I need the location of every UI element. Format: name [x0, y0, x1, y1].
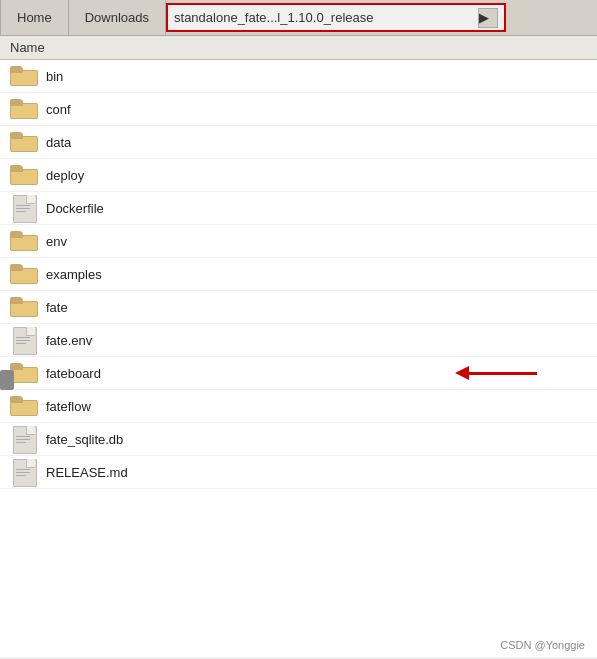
list-item[interactable]: env	[0, 225, 597, 258]
column-header: Name	[0, 36, 597, 60]
file-name: RELEASE.md	[46, 465, 128, 480]
list-item[interactable]: RELEASE.md	[0, 456, 597, 489]
breadcrumb[interactable]: standalone_fate...l_1.10.0_release ▶	[166, 3, 506, 32]
breadcrumb-arrow-button[interactable]: ▶	[478, 8, 498, 28]
list-item[interactable]: fateflow	[0, 390, 597, 423]
file-name: conf	[46, 102, 71, 117]
list-item[interactable]: fate.env	[0, 324, 597, 357]
folder-icon	[10, 395, 38, 417]
list-item[interactable]: fate	[0, 291, 597, 324]
folder-icon	[10, 98, 38, 120]
list-item[interactable]: fateboard	[0, 357, 597, 390]
arrow-annotation	[455, 366, 537, 380]
list-item[interactable]: deploy	[0, 159, 597, 192]
folder-icon	[10, 263, 38, 285]
breadcrumb-text: standalone_fate...l_1.10.0_release	[174, 10, 474, 25]
file-name: data	[46, 135, 71, 150]
tab-downloads-label: Downloads	[85, 10, 149, 25]
list-item[interactable]: conf	[0, 93, 597, 126]
folder-icon	[10, 65, 38, 87]
file-list: bin conf data deploy	[0, 60, 597, 657]
file-name: examples	[46, 267, 102, 282]
file-name: env	[46, 234, 67, 249]
folder-icon	[10, 230, 38, 252]
file-name: fate	[46, 300, 68, 315]
tab-bar: Home Downloads standalone_fate...l_1.10.…	[0, 0, 597, 36]
arrow-line	[467, 372, 537, 375]
folder-icon	[10, 362, 38, 384]
scroll-indicator[interactable]	[0, 370, 14, 390]
tab-downloads[interactable]: Downloads	[69, 0, 166, 35]
file-name: bin	[46, 69, 63, 84]
file-name: fateboard	[46, 366, 101, 381]
file-icon	[10, 329, 38, 351]
file-name: fateflow	[46, 399, 91, 414]
list-item[interactable]: Dockerfile	[0, 192, 597, 225]
file-name: fate_sqlite.db	[46, 432, 123, 447]
folder-icon	[10, 296, 38, 318]
file-name: deploy	[46, 168, 84, 183]
list-item[interactable]: examples	[0, 258, 597, 291]
file-name: Dockerfile	[46, 201, 104, 216]
file-icon	[10, 428, 38, 450]
file-name: fate.env	[46, 333, 92, 348]
list-item[interactable]: fate_sqlite.db	[0, 423, 597, 456]
list-item[interactable]: data	[0, 126, 597, 159]
watermark: CSDN @Yonggie	[500, 639, 585, 651]
folder-icon	[10, 164, 38, 186]
tab-home[interactable]: Home	[0, 0, 69, 35]
list-item[interactable]: bin	[0, 60, 597, 93]
name-column-label: Name	[10, 40, 45, 55]
tab-home-label: Home	[17, 10, 52, 25]
folder-icon	[10, 131, 38, 153]
file-icon	[10, 197, 38, 219]
breadcrumb-arrow-icon: ▶	[479, 10, 497, 25]
file-icon	[10, 461, 38, 483]
